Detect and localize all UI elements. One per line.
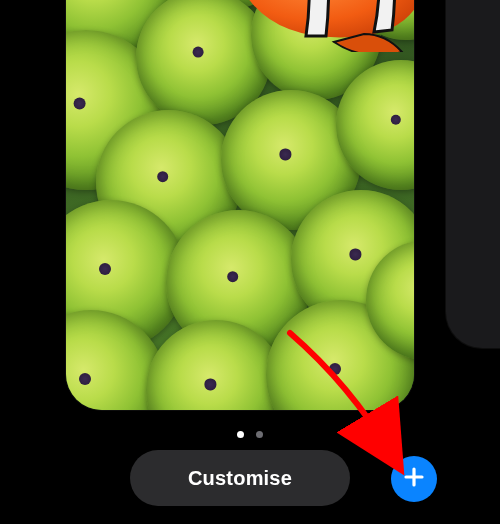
wallpaper-card-current[interactable] <box>66 0 414 410</box>
add-button[interactable] <box>391 456 437 502</box>
wallpaper-gallery-screen: Customise <box>0 0 500 524</box>
plus-icon <box>402 465 426 493</box>
page-indicator <box>0 424 500 442</box>
wallpaper-card-next[interactable] <box>446 0 500 348</box>
page-dot-active <box>237 431 244 438</box>
wallpaper-image <box>66 0 414 410</box>
page-dot <box>256 431 263 438</box>
customise-button-label: Customise <box>188 467 292 490</box>
customise-button[interactable]: Customise <box>130 450 350 506</box>
clownfish <box>214 0 414 52</box>
